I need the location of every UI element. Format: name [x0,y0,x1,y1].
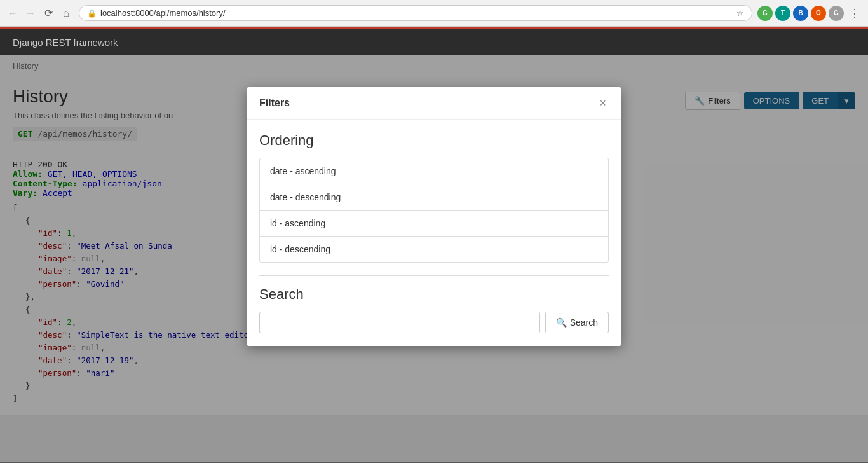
reload-button[interactable]: ⟳ [41,6,56,21]
filters-modal: Filters × Ordering date - ascending date… [247,87,621,346]
search-button[interactable]: 🔍 Search [545,312,609,333]
url-text: localhost:8000/api/memos/history/ [100,8,733,18]
ordering-item-0[interactable]: date - ascending [260,158,608,184]
avatar-5: G [829,6,844,21]
forward-button[interactable]: → [23,6,38,21]
browser-actions: G T B O G ⋮ [757,5,863,22]
avatar-1: G [757,6,773,21]
browser-chrome: ← → ⟳ ⌂ 🔒 localhost:8000/api/memos/histo… [0,0,868,27]
avatar-4: O [811,6,826,21]
app-header: Django REST framework [0,29,868,55]
search-row: 🔍 Search [259,312,609,333]
ordering-item-2[interactable]: id - ascending [260,211,608,237]
modal-header: Filters × [247,87,621,120]
address-bar[interactable]: 🔒 localhost:8000/api/memos/history/ ☆ [79,5,752,21]
modal-title: Filters [259,97,290,109]
ordering-list: date - ascending date - descending id - … [259,158,609,263]
ordering-section-title: Ordering [259,132,609,149]
lock-icon: 🔒 [87,9,97,18]
app-title: Django REST framework [13,37,118,48]
back-button[interactable]: ← [5,6,20,21]
ordering-item-3[interactable]: id - descending [260,237,608,262]
ordering-item-1[interactable]: date - descending [260,184,608,211]
bookmark-icon: ☆ [736,8,744,18]
modal-body: Ordering date - ascending date - descend… [247,120,621,346]
search-input[interactable] [259,312,540,333]
browser-menu-icon[interactable]: ⋮ [846,5,863,22]
search-section-title: Search [259,286,609,303]
search-button-label: Search [570,317,598,328]
search-icon: 🔍 [556,317,567,328]
page-background: History History This class defines the L… [0,55,868,462]
avatar-3: B [793,6,808,21]
modal-close-button[interactable]: × [597,97,609,109]
home-button[interactable]: ⌂ [58,6,74,21]
avatar-2: T [775,6,790,21]
modal-divider [259,275,609,276]
browser-nav-buttons: ← → ⟳ ⌂ [5,6,74,21]
modal-overlay[interactable]: Filters × Ordering date - ascending date… [0,55,868,462]
